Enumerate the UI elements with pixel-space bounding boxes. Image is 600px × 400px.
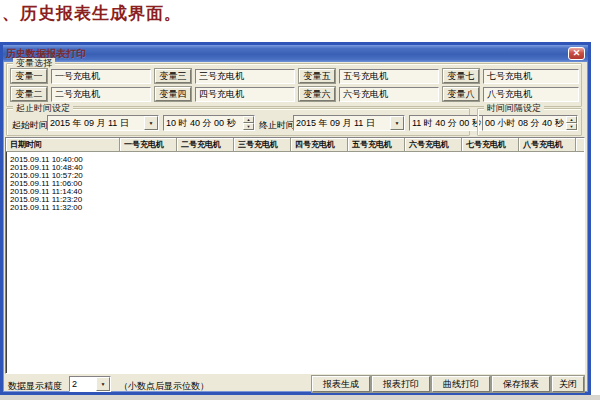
variable-group-label: 变量选择 xyxy=(13,58,55,69)
print-report-button[interactable]: 报表打印 xyxy=(372,376,430,392)
variable-7-button[interactable]: 变量七 xyxy=(443,69,479,83)
variable-5-button[interactable]: 变量五 xyxy=(299,69,335,83)
variable-4-field[interactable]: 四号充电机 xyxy=(195,87,295,102)
variable-7-field[interactable]: 七号充电机 xyxy=(483,69,579,84)
start-time-label: 起始时间 xyxy=(12,119,48,132)
dialog-titlebar: 历史数据报表打印 ✕ xyxy=(3,45,588,62)
table-row[interactable]: 2015.09.11 10:57:20 xyxy=(6,172,584,180)
variable-4-button[interactable]: 变量四 xyxy=(155,87,191,101)
start-date-combo[interactable]: 2015 年 09 月 11 日 ▼ xyxy=(47,115,159,131)
variable-3-button[interactable]: 变量三 xyxy=(155,69,191,83)
column-header-charger-5[interactable]: 五号充电机 xyxy=(348,138,405,151)
variable-1-button[interactable]: 变量一 xyxy=(11,69,47,83)
desktop-strip xyxy=(0,395,600,400)
print-curve-button[interactable]: 曲线打印 xyxy=(432,376,490,392)
column-header-charger-4[interactable]: 四号充电机 xyxy=(291,138,348,151)
dialog-title: 历史数据报表打印 xyxy=(6,47,568,61)
variable-2-field[interactable]: 二号充电机 xyxy=(51,87,151,102)
column-header-datetime[interactable]: 日期时间 xyxy=(6,138,120,151)
table-row[interactable]: 2015.09.11 10:40:00 xyxy=(6,156,584,164)
variable-1-field[interactable]: 一号充电机 xyxy=(51,69,151,84)
page-caption: 、历史报表生成界面。 xyxy=(2,2,182,25)
table-row[interactable]: 2015.09.11 11:32:00 xyxy=(6,204,584,212)
start-time-spinner[interactable]: 10 时 40 分 00 秒 ▲▼ xyxy=(163,115,255,131)
spin-up-icon[interactable]: ▲ xyxy=(243,116,254,123)
interval-spinner[interactable]: 00 小时 08 分 40 秒 ▲▼ xyxy=(482,115,578,131)
end-date-value: 2015 年 09 月 11 日 xyxy=(294,117,390,130)
end-time-label: 终止时间 xyxy=(259,119,295,132)
chevron-down-icon[interactable]: ▼ xyxy=(390,116,404,130)
precision-value: 2 xyxy=(70,379,96,389)
spin-down-icon[interactable]: ▼ xyxy=(243,123,254,130)
variable-3-field[interactable]: 三号充电机 xyxy=(195,69,295,84)
interval-value: 00 小时 08 分 40 秒 xyxy=(483,117,566,130)
variable-2-button[interactable]: 变量二 xyxy=(11,87,47,101)
chevron-down-icon[interactable]: ▼ xyxy=(96,377,110,391)
interval-group-label: 时间间隔设定 xyxy=(484,103,544,114)
precision-combo[interactable]: 2 ▼ xyxy=(69,376,111,392)
precision-note: （小数点后显示位数） xyxy=(119,380,209,393)
close-icon[interactable]: ✕ xyxy=(568,47,585,60)
table-row[interactable]: 2015.09.11 11:14:40 xyxy=(6,188,584,196)
variable-5-field[interactable]: 五号充电机 xyxy=(339,69,439,84)
column-header-charger-1[interactable]: 一号充电机 xyxy=(120,138,177,151)
variable-6-button[interactable]: 变量六 xyxy=(299,87,335,101)
report-table-body: 2015.09.11 10:40:00 2015.09.11 10:48:40 … xyxy=(6,152,584,212)
column-header-filler xyxy=(576,138,584,151)
column-header-charger-6[interactable]: 六号充电机 xyxy=(405,138,462,151)
start-time-value: 10 时 40 分 00 秒 xyxy=(164,117,243,130)
report-print-dialog: 历史数据报表打印 ✕ 变量选择 变量一 一号充电机 变量三 三号充电机 变量五 … xyxy=(0,42,591,395)
column-header-charger-8[interactable]: 八号充电机 xyxy=(519,138,576,151)
table-row[interactable]: 2015.09.11 11:06:00 xyxy=(6,180,584,188)
screenshot-stage: 、历史报表生成界面。 历史数据报表打印 ✕ 变量选择 变量一 一号充电机 变量三… xyxy=(0,0,600,400)
variable-6-field[interactable]: 六号充电机 xyxy=(339,87,439,102)
column-header-charger-3[interactable]: 三号充电机 xyxy=(234,138,291,151)
report-table: 日期时间 一号充电机 二号充电机 三号充电机 四号充电机 五号充电机 六号充电机… xyxy=(5,137,585,374)
table-row[interactable]: 2015.09.11 11:23:20 xyxy=(6,196,584,204)
spin-down-icon[interactable]: ▼ xyxy=(566,123,577,130)
column-header-charger-2[interactable]: 二号充电机 xyxy=(177,138,234,151)
end-date-combo[interactable]: 2015 年 09 月 11 日 ▼ xyxy=(293,115,405,131)
variable-8-field[interactable]: 八号充电机 xyxy=(483,87,579,102)
save-report-button[interactable]: 保存报表 xyxy=(492,376,550,392)
spin-up-icon[interactable]: ▲ xyxy=(566,116,577,123)
generate-report-button[interactable]: 报表生成 xyxy=(312,376,370,392)
close-button[interactable]: 关闭 xyxy=(552,376,584,392)
variable-8-button[interactable]: 变量八 xyxy=(443,87,479,101)
time-range-group-label: 起止时间设定 xyxy=(13,103,73,114)
report-table-header: 日期时间 一号充电机 二号充电机 三号充电机 四号充电机 五号充电机 六号充电机… xyxy=(6,138,584,152)
column-header-charger-7[interactable]: 七号充电机 xyxy=(462,138,519,151)
table-row[interactable]: 2015.09.11 10:48:40 xyxy=(6,164,584,172)
start-date-value: 2015 年 09 月 11 日 xyxy=(48,117,144,130)
precision-label: 数据显示精度 xyxy=(8,380,62,393)
chevron-down-icon[interactable]: ▼ xyxy=(144,116,158,130)
